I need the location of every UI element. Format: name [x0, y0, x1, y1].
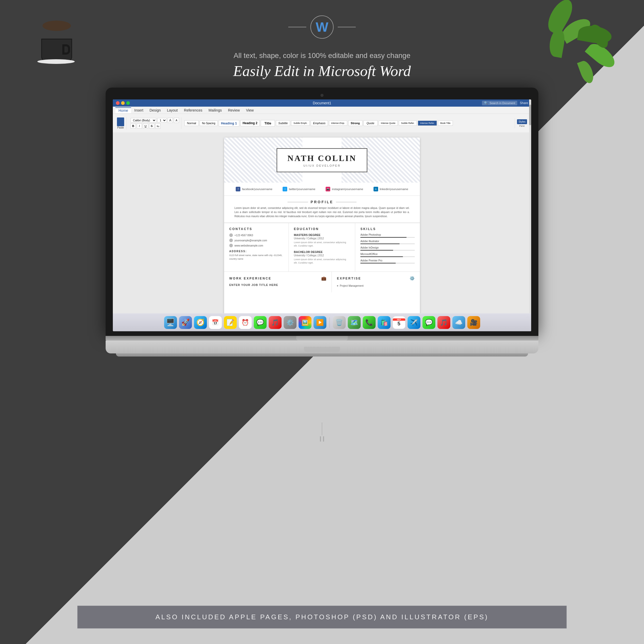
linkedin-icon: in [374, 187, 378, 191]
font-family-select[interactable]: Calibri (Body) [131, 118, 156, 123]
laptop: Document1 🔍 Search in Document Share Hom… [106, 88, 538, 357]
tab-view[interactable]: View [243, 108, 257, 113]
styles-pane-button[interactable]: Styles Pane [515, 118, 529, 128]
laptop-screen-outer: Document1 🔍 Search in Document Share Hom… [106, 88, 538, 336]
paste-icon[interactable] [117, 117, 124, 126]
style-strong[interactable]: Strong [348, 120, 362, 126]
email-icon [229, 239, 233, 242]
style-heading1[interactable]: Heading 1 [219, 120, 239, 126]
word-w-icon: W [316, 19, 328, 35]
font-size-select[interactable]: 12 [157, 118, 167, 123]
style-subtitle[interactable]: Subtitle [276, 120, 290, 126]
tab-layout[interactable]: Layout [164, 108, 181, 113]
expertise-text: Project Management [340, 284, 363, 287]
address-label: ADDRESS: [229, 250, 283, 253]
email-text: yourexample@example.com [234, 239, 267, 242]
linkedin-link: in linkedin/yourusername [374, 187, 408, 191]
tab-insert[interactable]: Insert [131, 108, 146, 113]
increase-font-button[interactable]: A [168, 118, 173, 123]
style-heading2[interactable]: Heading 2 [240, 120, 260, 126]
dock-music[interactable]: 🎵 [269, 316, 282, 329]
style-subtle-emph[interactable]: Subtle Emph. [291, 121, 310, 126]
tab-mailings[interactable]: Mailings [206, 108, 225, 113]
style-emphasis[interactable]: Emphasis [311, 120, 328, 126]
italic-button[interactable]: I [137, 123, 142, 129]
close-button[interactable] [116, 101, 120, 105]
skill-bar [360, 243, 415, 244]
dock-appstore[interactable]: 🛍️ [378, 316, 391, 329]
laptop-hinge [106, 336, 538, 341]
share-button[interactable]: Share [520, 101, 528, 105]
dock-quicktime[interactable]: ▶️ [313, 316, 326, 329]
style-quote[interactable]: Quote [363, 120, 378, 126]
dock-messages[interactable]: 💬 [254, 316, 267, 329]
dock-settings[interactable]: ⚙️ [284, 316, 296, 329]
word-icon-header: W [288, 15, 356, 41]
scene: W All text, shape, color is 100% editabl… [0, 0, 644, 644]
skill-bar-fill [360, 256, 403, 257]
skill-bar-fill [360, 263, 396, 264]
scrollbar[interactable] [529, 132, 531, 318]
window-controls [116, 101, 130, 105]
dock-messages2[interactable]: 💬 [422, 316, 435, 329]
style-no-spacing[interactable]: No Spacing [200, 121, 218, 126]
style-intense-ref[interactable]: Intense Refer. [418, 121, 437, 126]
resume-header: NATH COLLIN UI/UX DEVELOPER [224, 138, 420, 183]
skill-bar [360, 250, 415, 251]
expertise-column: EXPERTISE ⚙️ Project Management [332, 272, 420, 292]
phone-text: +123 4567 8963 [234, 234, 253, 237]
style-book-title[interactable]: Book Title [438, 121, 453, 126]
twitter-link: t twitter/yourusername [283, 187, 315, 191]
dock-itunes[interactable]: 🎵 [437, 316, 450, 329]
word-ribbon: Paste Calibri (Body) 12 A A [113, 114, 531, 132]
website-icon [229, 244, 233, 247]
dock-finder[interactable]: 🖥️ [164, 316, 177, 329]
resume-name-box: NATH COLLIN UI/UX DEVELOPER [277, 148, 367, 172]
decrease-font-button[interactable]: A [174, 118, 179, 123]
style-subtle-ref[interactable]: Subtle Refer. [399, 121, 417, 126]
tab-review[interactable]: Review [225, 108, 243, 113]
dock-notes[interactable]: 📝 [224, 316, 237, 329]
dock-reminders[interactable]: ⏰ [239, 316, 252, 329]
tab-home[interactable]: Home [115, 107, 131, 113]
bullet-icon [337, 285, 338, 286]
dock-calendar2[interactable]: SEP 5 [393, 316, 405, 329]
maximize-button[interactable] [126, 101, 130, 105]
style-intense-quote[interactable]: Intense Quote [379, 121, 398, 126]
underline-button[interactable]: U [143, 123, 148, 129]
skills-list: Adobe Photoshop Adobe Illustrator Adobe … [360, 233, 415, 264]
dock-maps[interactable]: 🗺️ [348, 316, 361, 329]
minimize-button[interactable] [121, 101, 125, 105]
subscript-button[interactable]: x₂ [155, 123, 160, 129]
dock-photos[interactable]: 🖼️ [299, 316, 311, 329]
dock-safari[interactable]: 🧭 [194, 316, 207, 329]
paste-group: Paste [115, 117, 126, 130]
bachelor-degree: BACHELOR DEGREE [294, 250, 350, 253]
coffee-cup-decoration [36, 21, 77, 62]
dock-launchpad[interactable]: 🚀 [179, 316, 192, 329]
bachelor-school: University / Collega | 2012 [294, 254, 350, 257]
dock-trash[interactable]: 🗑️ [333, 316, 346, 329]
search-box[interactable]: 🔍 Search in Document [482, 101, 517, 105]
tab-references[interactable]: References [181, 108, 206, 113]
three-columns: CONTACTS +123 4567 8963 yourexample@exam… [224, 223, 420, 272]
dock-telegram[interactable]: ✈️ [408, 316, 420, 329]
style-title[interactable]: Title [261, 120, 275, 126]
strikethrough-button[interactable]: S [149, 123, 154, 129]
laptop-screen: Document1 🔍 Search in Document Share Hom… [113, 99, 531, 331]
dock-icloud[interactable]: ☁️ [452, 316, 465, 329]
mac-dock: 🖥️ 🚀 🧭 📅 📝 ⏰ [113, 313, 531, 331]
twitter-icon: t [283, 187, 287, 191]
dock-facetime[interactable]: 📞 [363, 316, 376, 329]
dock-calendar[interactable]: 📅 [209, 316, 222, 329]
social-links-row: f facebook/yourusername t twitter/yourus… [224, 183, 420, 196]
skill-name: Adobe Photoshop [360, 233, 415, 236]
contact-email: yourexample@example.com [229, 239, 283, 242]
style-normal[interactable]: Normal [184, 120, 199, 126]
style-intense-emph[interactable]: Intense Emp. [329, 121, 347, 126]
bold-button[interactable]: B [131, 123, 136, 129]
tab-design[interactable]: Design [146, 108, 164, 113]
masters-school: University / Collega | 2012 [294, 237, 350, 240]
word-ribbon-tabs: Home Insert Design Layout References Mai… [113, 107, 531, 114]
dock-video[interactable]: 🎥 [467, 316, 480, 329]
